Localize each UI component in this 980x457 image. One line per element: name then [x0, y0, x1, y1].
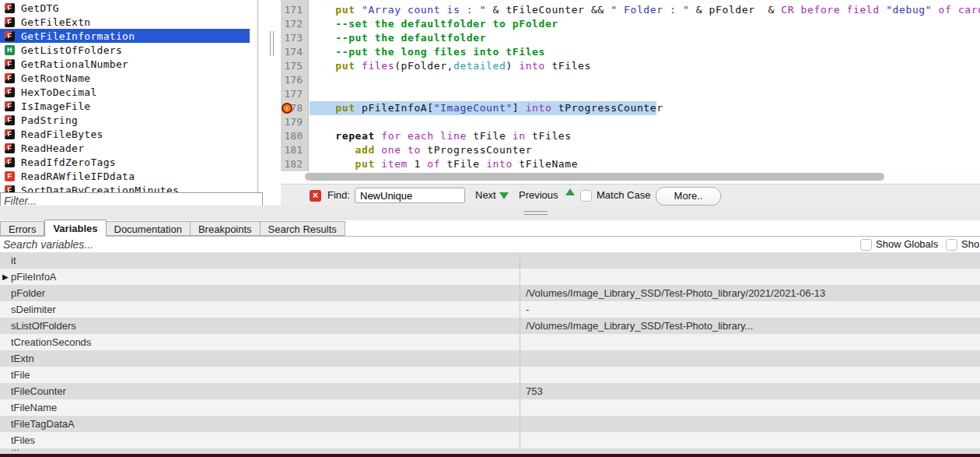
code-line[interactable]: add one to tProgressCounter	[310, 143, 980, 157]
line-number[interactable]: 179	[281, 115, 308, 129]
scrollbar-thumb[interactable]	[305, 173, 884, 181]
breakpoint-icon[interactable]: ›	[282, 103, 292, 114]
code-line[interactable]: put files(pFolder,detailed) into tFiles	[310, 59, 980, 73]
code-line[interactable]: put pFileInfoA["ImageCount"] into tProgr…	[310, 101, 980, 115]
code-token	[880, 4, 886, 16]
handler-list-item[interactable]: FReadHeader	[0, 141, 257, 155]
vertical-splitter-handle[interactable]	[263, 0, 281, 184]
handler-list-item[interactable]: FIsImageFile	[0, 99, 257, 113]
variable-row[interactable]: sDelimiter-	[0, 301, 980, 318]
variable-row[interactable]: sListOfFolders/Volumes/Image_Library_SSD…	[0, 318, 980, 334]
code-token: tFileName	[513, 158, 578, 170]
handler-list-item[interactable]: FGetFileInformation	[0, 29, 250, 43]
line-number-gutter[interactable]: 171172173174175176177178179180181182	[281, 0, 309, 171]
handler-list-item[interactable]: FPadString	[0, 113, 257, 127]
function-icon: F	[5, 3, 15, 13]
handler-list-item[interactable]: FReadIfdZeroTags	[0, 155, 257, 169]
variable-row[interactable]: tFile	[0, 367, 980, 383]
handler-list-item[interactable]: FReadFileBytes	[0, 127, 257, 141]
code-line[interactable]: put "Array count is : " & tFileCounter &…	[310, 3, 980, 17]
variable-row[interactable]: tFileName	[0, 399, 980, 416]
code-lines[interactable]: put "Array count is : " & tFileCounter &…	[310, 3, 980, 171]
variable-row[interactable]: tFileCounter753	[0, 383, 980, 399]
variable-row[interactable]: tCreationSeconds	[0, 334, 980, 350]
match-case-checkbox[interactable]	[580, 190, 592, 202]
line-number[interactable]: 177	[281, 87, 308, 101]
line-number[interactable]: 181	[281, 143, 308, 157]
handler-list: FGetDTGFGetFileExtnFGetFileInformationHG…	[0, 0, 258, 192]
variable-value: -	[526, 301, 529, 318]
variable-name: tFileTagDataA	[11, 416, 75, 432]
handler-name: HexToDecimal	[21, 86, 97, 98]
code-line[interactable]: put item 1 of tFile into tFileName	[310, 157, 980, 171]
table-column-divider[interactable]	[520, 252, 520, 454]
code-line[interactable]	[310, 115, 980, 129]
handler-name: ReadIfdZeroTags	[21, 156, 116, 168]
find-next-button[interactable]: Next	[475, 189, 496, 201]
tab-breakpoints[interactable]: Breakpoints	[191, 221, 261, 236]
variable-name: tFileName	[11, 399, 57, 416]
code-token: one to	[381, 144, 421, 156]
handler-list-item[interactable]: FGetRootName	[0, 71, 257, 85]
tab-search-results[interactable]: Search Results	[261, 221, 345, 236]
more-button[interactable]: More..	[656, 187, 721, 206]
line-number[interactable]: 172	[281, 17, 308, 31]
arrow-up-icon[interactable]	[565, 188, 575, 195]
show-globals-checkbox[interactable]	[860, 239, 872, 251]
code-token: files	[362, 60, 394, 72]
handler-list-item[interactable]: FGetFileExtn	[0, 15, 257, 29]
variable-row[interactable]: tExtn	[0, 350, 980, 367]
resize-grip-line	[524, 214, 548, 215]
close-icon[interactable]: ×	[310, 190, 321, 202]
variable-name: tFiles	[11, 432, 35, 448]
variable-row[interactable]: tFiles	[0, 432, 980, 448]
variable-row[interactable]: ▶pFileInfoA	[0, 269, 980, 285]
line-number[interactable]: 182	[281, 157, 308, 171]
handler-list-item[interactable]: FReadRAWfileIFDdata	[0, 169, 257, 183]
code-line[interactable]: --set the defaultfolder to pFolder	[310, 17, 980, 31]
variable-row[interactable]: tFileTagDataA	[0, 416, 980, 432]
function-icon: F	[5, 157, 15, 167]
line-number[interactable]: 174	[281, 45, 308, 59]
code-line[interactable]: --put the long files into tFiles	[310, 45, 980, 59]
find-input[interactable]	[355, 188, 465, 203]
find-previous-button[interactable]: Previous	[519, 189, 558, 201]
code-line[interactable]	[310, 73, 980, 87]
code-line[interactable]: --put the defaultfolder	[310, 31, 980, 45]
handler-list-item[interactable]: HGetListOfFolders	[0, 43, 257, 57]
handler-list-item[interactable]: FGetRationalNumber	[0, 57, 257, 71]
handler-list-item[interactable]: FHexToDecimal	[0, 85, 257, 99]
tab-documentation[interactable]: Documentation	[107, 221, 191, 236]
handler-list-item[interactable]: FSortDataByCreationMinutes	[0, 183, 257, 192]
line-number[interactable]: 175	[281, 59, 308, 73]
code-token: CR before field	[781, 4, 879, 16]
search-variables-input[interactable]	[0, 237, 854, 252]
handler-list-item[interactable]: FGetDTG	[0, 1, 257, 15]
arrow-down-icon[interactable]	[499, 192, 509, 199]
line-number[interactable]: 171	[281, 3, 308, 17]
code-token: tFile	[440, 158, 486, 170]
code-token: of card	[939, 4, 980, 16]
code-line[interactable]	[310, 87, 980, 101]
horizontal-scrollbar[interactable]	[281, 171, 980, 184]
code-line[interactable]: repeat for each line tFile in tFiles	[310, 129, 980, 143]
panel-resize-strip[interactable]	[0, 206, 980, 220]
tab-errors[interactable]: Errors	[0, 221, 44, 236]
code-token: "ImageCount"	[434, 102, 513, 114]
variable-row[interactable]: it	[0, 252, 980, 269]
tab-variables[interactable]: Variables	[44, 220, 106, 237]
code-token: tFiles	[545, 60, 591, 72]
code-token: & tFileCounter &&	[486, 4, 611, 16]
disclosure-triangle-icon[interactable]: ▶	[2, 269, 9, 285]
code-editor[interactable]: 171172173174175176177178179180181182 put…	[281, 0, 980, 184]
handler-name: ReadHeader	[21, 142, 84, 154]
code-token: ]	[513, 102, 526, 114]
line-number[interactable]: 180	[281, 129, 308, 143]
variable-row[interactable]: pFolder/Volumes/Image_Library_SSD/Test-P…	[0, 285, 980, 301]
code-token: "debug"	[886, 4, 932, 16]
show-second-checkbox[interactable]	[946, 239, 957, 251]
line-number[interactable]: 173	[281, 31, 308, 45]
handler-name: GetDTG	[21, 2, 59, 14]
line-number[interactable]: 176	[281, 73, 308, 87]
code-token: --put the defaultfolder	[335, 32, 486, 44]
